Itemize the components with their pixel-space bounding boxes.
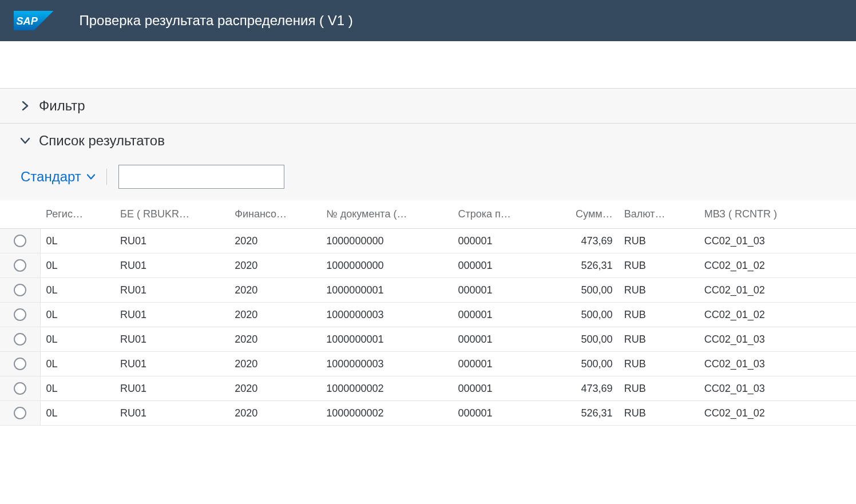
cell-line: 000001 <box>452 401 544 426</box>
cell-mvz: CC02_01_03 <box>699 327 856 352</box>
radio-icon[interactable] <box>14 333 26 346</box>
view-selector-label: Стандарт <box>21 169 81 185</box>
cell-sum: 500,00 <box>544 278 619 303</box>
table-row[interactable]: 0LRU0120201000000001000001500,00RUBCC02_… <box>0 278 856 303</box>
cell-cur: RUB <box>619 376 699 401</box>
cell-cur: RUB <box>619 352 699 376</box>
cell-fin: 2020 <box>229 327 320 352</box>
cell-sum: 500,00 <box>544 303 619 327</box>
cell-be: RU01 <box>114 303 229 327</box>
cell-line: 000001 <box>452 352 544 376</box>
cell-fin: 2020 <box>229 376 320 401</box>
col-header-be[interactable]: БЕ ( RBUKR… <box>114 200 229 229</box>
cell-cur: RUB <box>619 401 699 426</box>
col-header-sum[interactable]: Сумм… <box>544 200 619 229</box>
cell-mvz: CC02_01_02 <box>699 278 856 303</box>
col-header-regis[interactable]: Регис… <box>40 200 114 229</box>
col-header-mvz[interactable]: МВЗ ( RCNTR ) <box>699 200 856 229</box>
cell-mvz: CC02_01_02 <box>699 253 856 278</box>
cell-fin: 2020 <box>229 278 320 303</box>
col-header-doc[interactable]: № документа (… <box>320 200 452 229</box>
cell-line: 000001 <box>452 303 544 327</box>
cell-mvz: CC02_01_03 <box>699 229 856 253</box>
col-header-select[interactable] <box>0 200 40 229</box>
col-header-fin[interactable]: Финансо… <box>229 200 320 229</box>
cell-line: 000001 <box>452 327 544 352</box>
cell-be: RU01 <box>114 229 229 253</box>
row-select-cell[interactable] <box>0 229 40 253</box>
results-panel: Список результатов Стандарт Регис… БЕ ( … <box>0 124 856 426</box>
cell-fin: 2020 <box>229 253 320 278</box>
chevron-down-icon <box>87 173 95 181</box>
table-row[interactable]: 0LRU0120201000000003000001500,00RUBCC02_… <box>0 352 856 376</box>
col-header-cur[interactable]: Валют… <box>619 200 699 229</box>
cell-regis: 0L <box>40 229 114 253</box>
cell-doc: 1000000000 <box>320 253 452 278</box>
cell-regis: 0L <box>40 327 114 352</box>
cell-fin: 2020 <box>229 229 320 253</box>
table-row[interactable]: 0LRU0120201000000002000001526,31RUBCC02_… <box>0 401 856 426</box>
table-row[interactable]: 0LRU0120201000000000000001473,69RUBCC02_… <box>0 229 856 253</box>
results-panel-title: Список результатов <box>39 133 165 149</box>
results-table: Регис… БЕ ( RBUKR… Финансо… № документа … <box>0 200 856 426</box>
table-row[interactable]: 0LRU0120201000000003000001500,00RUBCC02_… <box>0 303 856 327</box>
cell-doc: 1000000002 <box>320 401 452 426</box>
radio-icon[interactable] <box>14 259 26 272</box>
cell-regis: 0L <box>40 401 114 426</box>
svg-text:SAP: SAP <box>17 15 38 27</box>
table-row[interactable]: 0LRU0120201000000001000001500,00RUBCC02_… <box>0 327 856 352</box>
radio-icon[interactable] <box>14 284 26 296</box>
table-row[interactable]: 0LRU0120201000000000000001526,31RUBCC02_… <box>0 253 856 278</box>
cell-sum: 500,00 <box>544 327 619 352</box>
radio-icon[interactable] <box>14 382 26 395</box>
col-header-line[interactable]: Строка п… <box>452 200 544 229</box>
radio-icon[interactable] <box>14 308 26 321</box>
cell-cur: RUB <box>619 327 699 352</box>
cell-be: RU01 <box>114 278 229 303</box>
table-row[interactable]: 0LRU0120201000000002000001473,69RUBCC02_… <box>0 376 856 401</box>
cell-fin: 2020 <box>229 303 320 327</box>
app-header: SAP Проверка результата распределения ( … <box>0 0 856 41</box>
row-select-cell[interactable] <box>0 303 40 327</box>
sap-logo: SAP <box>14 11 54 30</box>
cell-doc: 1000000001 <box>320 327 452 352</box>
cell-cur: RUB <box>619 253 699 278</box>
chevron-down-icon <box>21 136 30 145</box>
radio-icon[interactable] <box>14 235 26 247</box>
cell-regis: 0L <box>40 376 114 401</box>
row-select-cell[interactable] <box>0 327 40 352</box>
cell-mvz: CC02_01_03 <box>699 352 856 376</box>
cell-be: RU01 <box>114 376 229 401</box>
cell-line: 000001 <box>452 376 544 401</box>
cell-regis: 0L <box>40 278 114 303</box>
row-select-cell[interactable] <box>0 376 40 401</box>
row-select-cell[interactable] <box>0 352 40 376</box>
cell-be: RU01 <box>114 401 229 426</box>
cell-be: RU01 <box>114 327 229 352</box>
table-header-row: Регис… БЕ ( RBUKR… Финансо… № документа … <box>0 200 856 229</box>
results-panel-header[interactable]: Список результатов <box>0 124 856 158</box>
filter-panel-header[interactable]: Фильтр <box>0 89 856 123</box>
cell-mvz: CC02_01_02 <box>699 303 856 327</box>
row-select-cell[interactable] <box>0 278 40 303</box>
header-spacer <box>0 41 856 88</box>
cell-line: 000001 <box>452 229 544 253</box>
cell-be: RU01 <box>114 352 229 376</box>
radio-icon[interactable] <box>14 358 26 370</box>
cell-mvz: CC02_01_02 <box>699 401 856 426</box>
cell-mvz: CC02_01_03 <box>699 376 856 401</box>
filter-panel-title: Фильтр <box>39 98 85 114</box>
row-select-cell[interactable] <box>0 253 40 278</box>
page-title: Проверка результата распределения ( V1 ) <box>80 13 353 29</box>
cell-sum: 526,31 <box>544 401 619 426</box>
search-input[interactable] <box>118 165 284 189</box>
cell-be: RU01 <box>114 253 229 278</box>
view-selector[interactable]: Стандарт <box>21 169 107 185</box>
main-content: Фильтр Список результатов Стандарт Ре <box>0 88 856 426</box>
results-toolbar: Стандарт <box>0 158 856 200</box>
row-select-cell[interactable] <box>0 401 40 426</box>
radio-icon[interactable] <box>14 407 26 419</box>
cell-fin: 2020 <box>229 352 320 376</box>
cell-sum: 526,31 <box>544 253 619 278</box>
cell-regis: 0L <box>40 253 114 278</box>
